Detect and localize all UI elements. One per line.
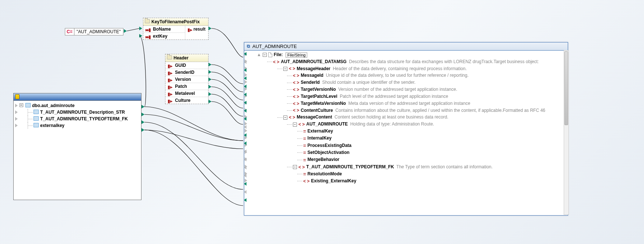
db-child-1[interactable]: T_AUT_ADMINROUTE_TYPEOFTERM_FK	[14, 116, 140, 122]
func2-version-port[interactable]	[209, 78, 211, 81]
func-header[interactable]: Header ▮▸GUID ▮▸SenderID ▮▸Version ▮▸Pat…	[165, 54, 209, 104]
target-in-port[interactable]	[244, 190, 246, 194]
db-titlebar[interactable]	[14, 93, 141, 101]
target-row-targetversionno[interactable]: < >TargetVersionNo Version number of the…	[245, 86, 567, 93]
output-arrow-icon: ▮▸	[168, 78, 173, 83]
func1-extkey-port[interactable]	[139, 34, 142, 38]
output-arrow-icon: ▮▸	[168, 99, 173, 104]
output-arrow-icon: ▮▸	[168, 92, 173, 97]
target-in-port[interactable]	[244, 158, 246, 161]
func1-in-boname[interactable]: ▸▸▮ BoName	[143, 26, 185, 32]
target-row-senderid[interactable]: < >SenderId Should contain a unique iden…	[245, 79, 567, 86]
expand-tri-icon	[15, 104, 18, 107]
target-in-port[interactable]	[244, 93, 246, 96]
target-row-setobjectactivation[interactable]: =SetObjectActivation	[245, 149, 567, 156]
target-row-messagecontent[interactable]: −< >MessageContent Content section holdi…	[245, 114, 567, 121]
target-in-port[interactable]	[244, 198, 246, 202]
file-string-button[interactable]: File/String	[286, 52, 308, 58]
toggle-icon[interactable]: −	[293, 123, 297, 127]
func1-in-extkey[interactable]: ▸▸▮ extKey	[143, 32, 185, 39]
target-row-aut_adminroute[interactable]: −< >AUT_ADMINROUTE Holding data of type:…	[245, 121, 567, 128]
target-row-processexistingdata[interactable]: =ProcessExistingData	[245, 142, 567, 149]
db-child0-port[interactable]	[141, 113, 144, 116]
attr-icon: =	[303, 171, 306, 177]
attr-icon: =	[303, 128, 306, 134]
func2-guid-port[interactable]	[209, 63, 211, 66]
target-row-contentculture[interactable]: < >ContentCulture Contains information a…	[245, 107, 567, 114]
scrollbar-thumb[interactable]	[564, 51, 568, 125]
folder-icon	[145, 19, 150, 23]
target-in-port[interactable]	[244, 141, 246, 145]
xml-tag-icon: < >	[273, 59, 279, 65]
target-in-port[interactable]	[244, 117, 246, 121]
func2-out-senderid[interactable]: ▮▸SenderID	[165, 69, 208, 76]
func2-metalevel-port[interactable]	[209, 92, 211, 96]
db-child-2[interactable]: externalkey	[14, 122, 140, 129]
target-in-port[interactable]	[244, 60, 246, 64]
func1-boname-port[interactable]	[139, 27, 142, 30]
target-in-port[interactable]	[244, 166, 246, 169]
db-child1-port[interactable]	[141, 120, 144, 124]
xml-tag-icon: < >	[293, 94, 299, 99]
func1-out-result[interactable]: ▮▸ result	[185, 26, 208, 32]
target-in-port[interactable]	[244, 85, 246, 88]
target-row-mergebehavior[interactable]: =MergeBehavior	[245, 156, 567, 163]
func2-out-guid[interactable]: ▮▸GUID	[165, 62, 208, 69]
func1-result-port[interactable]	[209, 27, 211, 30]
target-row-externalkey[interactable]: =ExternalKey	[245, 128, 567, 135]
func2-senderid-port[interactable]	[209, 70, 211, 74]
toggle-icon[interactable]: −	[293, 165, 297, 169]
target-in-port[interactable]	[244, 76, 246, 80]
database-icon	[15, 94, 20, 99]
constant-out-port[interactable]	[124, 29, 127, 33]
db-source-node[interactable]: − dbo.aut_adminroute T_AUT_ADMINROUTE_De…	[13, 93, 141, 200]
xml-tag-icon: < >	[298, 165, 305, 170]
folder-icon	[167, 55, 172, 59]
table-icon	[25, 103, 31, 107]
target-in-port[interactable]	[244, 52, 246, 56]
target-row-messageheader[interactable]: −< >MessageHeader Header of the data del…	[245, 65, 567, 72]
target-row-targetpatchlevel[interactable]: < >TargetPatchLevel Patch level of the a…	[245, 93, 567, 100]
func-keytofilenamepostfix[interactable]: KeyToFilenamePostFix ▸▸▮ BoName ▸▸▮ extK…	[143, 18, 209, 40]
func2-out-culture[interactable]: ▮▸Culture	[165, 97, 208, 104]
constant-node[interactable]: C= "AUT_ADMINROUTE"	[65, 28, 123, 35]
db-root-port[interactable]	[141, 105, 144, 109]
target-row-messageid[interactable]: < >MessageId Unique id of the data deliv…	[245, 72, 567, 79]
target-in-port[interactable]	[244, 125, 246, 129]
func2-patch-port[interactable]	[209, 85, 211, 89]
db-root-row[interactable]: − dbo.aut_adminroute	[14, 102, 140, 109]
target-in-port[interactable]	[244, 133, 246, 137]
target-panel[interactable]: ⧉ AUT_ADMINROUTE ▲−File: File/String< >A…	[244, 42, 568, 216]
target-in-port[interactable]	[244, 101, 246, 104]
target-row-internalkey[interactable]: =InternalKey	[245, 135, 567, 142]
func2-out-version[interactable]: ▮▸Version	[165, 76, 208, 83]
target-row-resolutionmode[interactable]: =ResolutionMode	[245, 171, 567, 178]
target-row-existing_externalkey[interactable]: < >Existing_ExternalKey	[245, 178, 567, 185]
target-row-aut_adminroute_datamsg[interactable]: < >AUT_ADMINROUTE_DATAMSG Describes the …	[245, 58, 567, 65]
func2-out-patch[interactable]: ▮▸Patch	[165, 83, 208, 90]
target-title: ⧉ AUT_ADMINROUTE	[244, 42, 568, 51]
toggle-minus-icon[interactable]: −	[20, 103, 23, 107]
target-in-port[interactable]	[244, 182, 246, 186]
toggle-minus-icon[interactable]: −	[263, 53, 267, 57]
db-child-0[interactable]: T_AUT_ADMINROUTE_Description_STR	[14, 109, 140, 116]
func2-culture-port[interactable]	[209, 100, 211, 103]
func2-out-metalevel[interactable]: ▮▸Metalevel	[165, 90, 208, 97]
expand-tri-icon	[15, 124, 18, 127]
db-child2-port[interactable]	[141, 128, 144, 132]
target-row-t_aut_adminroute_typeofterm_fk[interactable]: −< >T_AUT_ADMINROUTE_TYPEOFTERM_FK The T…	[245, 164, 567, 171]
toggle-icon[interactable]: −	[283, 116, 287, 120]
xml-tag-icon: < >	[289, 115, 295, 120]
xml-tag-icon: < >	[293, 101, 299, 106]
target-in-port[interactable]	[244, 68, 246, 72]
target-scrollbar[interactable]	[564, 50, 569, 215]
target-in-port[interactable]	[244, 109, 246, 113]
target-in-port[interactable]	[244, 174, 246, 178]
toggle-icon[interactable]: −	[283, 67, 287, 71]
schema-icon: ⧉	[246, 44, 251, 49]
target-file-row[interactable]: ▲−File: File/String	[245, 51, 567, 58]
output-arrow-icon: ▮▸	[168, 71, 173, 76]
target-in-port[interactable]	[244, 150, 246, 153]
xml-tag-icon: < >	[293, 73, 299, 78]
target-row-targetmetaversionno[interactable]: < >TargetMetaVersionNo Meta data version…	[245, 100, 567, 107]
